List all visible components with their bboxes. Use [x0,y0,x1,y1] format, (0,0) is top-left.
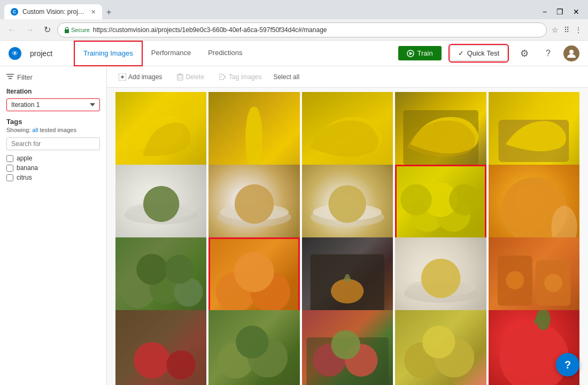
filter-icon [6,73,14,81]
restore-button[interactable]: ❐ [552,6,568,17]
new-tab-button[interactable]: + [102,5,115,19]
iteration-select[interactable]: Iteration 1 [6,98,100,111]
tags-header: Tags [6,118,100,126]
apple-wood-icon [115,310,206,385]
svg-point-53 [166,350,196,380]
app-icon: 👁 [9,47,21,60]
svg-point-50 [544,274,562,292]
help-bubble-button[interactable]: ? [556,353,579,376]
banana-crate-icon [495,103,572,172]
filter-row[interactable]: Filter [6,73,100,81]
svg-point-31 [401,184,432,215]
back-button[interactable]: ← [4,23,19,37]
help-nav-button[interactable]: ? [541,47,555,60]
image-cell[interactable] [115,310,206,385]
quick-test-button[interactable]: ✓ Quick Test [450,45,507,61]
minimize-button[interactable]: − [538,6,551,17]
iteration-section: Iteration Iteration 1 [6,88,100,111]
address-bar-row: ← → ↻ Secure https://customvision.ai/pro… [0,19,588,41]
sidebar: Filter Iteration Iteration 1 Tags Showin… [0,66,107,385]
tag-item-citrus: citrus [6,174,100,181]
svg-rect-10 [177,75,183,80]
svg-point-64 [499,323,568,385]
tab-performance[interactable]: Performance [143,41,199,66]
tag-item-banana: banana [6,164,100,172]
yellow-apples-icon [395,310,486,385]
svg-point-37 [136,254,167,285]
tag-checkbox-apple[interactable] [6,155,13,162]
svg-marker-2 [409,52,413,55]
tag-images-button[interactable]: Tag images [216,71,265,83]
svg-point-30 [450,184,481,215]
app-container: 👁 project Training Images Performance Pr… [0,41,588,385]
close-window-button[interactable]: ✕ [569,6,584,17]
tag-search-input[interactable] [6,137,100,150]
svg-point-63 [422,326,455,358]
app-title: project [30,49,52,58]
address-actions: ☆ ⠿ ⋮ [550,24,584,36]
image-grid [107,88,588,385]
banana-bunch-2-icon [306,110,388,165]
tab-bar: C Custom Vision: project - ... ✕ + − ❐ ✕ [0,0,588,19]
svg-point-56 [236,326,269,358]
delete-icon [177,73,183,81]
tab-title: Custom Vision: project - ... [22,8,87,16]
tab-favicon-icon: C [11,8,18,16]
filter-label: Filter [17,73,33,81]
add-images-button[interactable]: Add images [115,71,165,83]
train-icon [407,50,414,57]
tag-label-citrus: citrus [17,174,32,181]
mixed-fruit-box-icon [302,310,393,385]
image-cell[interactable] [395,310,486,385]
train-button[interactable]: Train [398,46,442,60]
svg-point-52 [134,342,170,379]
iteration-section-label: Iteration [6,88,100,95]
image-toolbar: Add images Delete Tag images Select all [107,66,588,88]
delete-button[interactable]: Delete [174,71,207,83]
svg-point-49 [506,271,524,289]
top-nav: 👁 project Training Images Performance Pr… [0,41,588,66]
tags-showing-link[interactable]: all [32,127,38,133]
browser-tab[interactable]: C Custom Vision: project - ... ✕ [4,4,102,19]
add-images-icon [119,73,126,81]
banana-bunch-icon [125,101,197,174]
svg-rect-0 [65,29,69,33]
bookmark-button[interactable]: ☆ [550,24,560,36]
image-cell[interactable] [302,310,393,385]
svg-point-26 [329,185,367,223]
url-text: https://customvision.ai/projects/1eb9e0c… [93,26,327,34]
image-cell[interactable] [208,310,299,385]
extensions-button[interactable]: ⠿ [562,24,571,36]
nav-tabs: Training Images Performance Predictions [74,41,251,66]
tab-close-button[interactable]: ✕ [91,9,96,16]
svg-point-38 [165,255,194,284]
content-area: Filter Iteration Iteration 1 Tags Showin… [0,66,588,385]
tab-predictions[interactable]: Predictions [199,41,251,66]
green-apples-icon [208,310,299,385]
tags-section: Tags Showing: all tested images apple ba… [6,118,100,183]
tab-training-images[interactable]: Training Images [74,41,143,66]
select-all-button[interactable]: Select all [273,73,299,81]
tag-checkbox-citrus[interactable] [6,174,13,181]
svg-point-43 [331,279,363,304]
forward-button[interactable]: → [22,23,37,37]
settings-button[interactable]: ⚙ [516,45,533,61]
address-bar[interactable]: Secure https://customvision.ai/projects/… [57,22,547,37]
svg-point-15 [220,76,221,78]
svg-point-41 [234,252,274,292]
svg-point-60 [331,330,360,359]
banana-market-icon [400,101,482,174]
refresh-button[interactable]: ↻ [41,22,54,37]
tag-icon [219,74,227,80]
svg-point-23 [235,184,274,224]
svg-point-46 [421,258,461,298]
tag-checkbox-banana[interactable] [6,165,13,172]
secure-badge: Secure [64,27,90,33]
tags-showing: Showing: all tested images [6,127,100,133]
banana-hand-icon [227,101,281,174]
fruit-dark-box-icon [306,247,388,319]
user-avatar[interactable] [563,45,579,61]
tag-item-apple: apple [6,155,100,162]
tag-label-banana: banana [17,164,38,172]
menu-button[interactable]: ⋮ [573,24,584,36]
